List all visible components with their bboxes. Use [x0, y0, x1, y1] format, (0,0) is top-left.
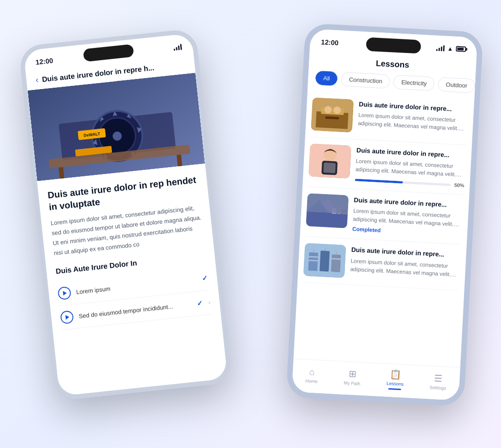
play-button-1[interactable] — [57, 286, 72, 300]
nav-item-settings[interactable]: ☰ Settings — [429, 373, 447, 391]
play-button-2[interactable] — [60, 311, 74, 325]
progress-text-2: 50% — [454, 182, 464, 188]
play-triangle-icon — [63, 291, 67, 296]
article-content: Duis aute irure dolor in rep hendet in v… — [37, 163, 222, 340]
progress-bar-fill-2 — [355, 179, 403, 183]
article-body: Lorem ipsum dolor sit amet, consectetur … — [50, 203, 204, 258]
lesson-info-4: Duis aute irure dolor in repre... Lorem … — [350, 246, 461, 279]
filter-tab-all[interactable]: All — [315, 71, 338, 86]
lesson-desc-3: Lorem ipsum dolor sit amet, consectetur … — [353, 207, 463, 229]
nav-item-lessons[interactable]: 📋 Lessons — [386, 369, 405, 390]
lesson-item-4[interactable]: Duis aute irure dolor in repre... Lorem … — [303, 237, 461, 291]
progress-bar-2: 50% — [355, 177, 464, 189]
lessons-list: Duis aute irure dolor in repre... Lorem … — [297, 91, 474, 291]
front-status-icons: ▲ — [436, 44, 466, 53]
back-status-icons — [173, 44, 182, 51]
hero-svg: DeWALT — [27, 73, 205, 181]
phone-front: 12:00 ▲ Lessons All — [286, 23, 483, 406]
wifi-icon: ▲ — [447, 45, 454, 52]
back-time: 12:00 — [35, 56, 53, 66]
svg-rect-35 — [307, 193, 349, 214]
back-button[interactable]: ‹ — [35, 75, 39, 85]
lesson-item-1[interactable]: Duis aute irure dolor in repre... Lorem … — [311, 91, 469, 145]
progress-bar-bg-2 — [355, 179, 451, 186]
svg-rect-38 — [319, 251, 329, 272]
lesson-thumb-2 — [308, 143, 351, 179]
lesson-thumb-svg-1 — [311, 97, 354, 132]
bottom-nav: ⌂ Home ⊞ My Path 📋 Lessons ☰ Settings — [292, 358, 460, 401]
lesson-info-1: Duis aute irure dolor in repre... Lorem … — [358, 100, 469, 133]
lesson-thumb-svg-2 — [308, 143, 351, 179]
lesson-desc-1: Lorem ipsum dolor sit amet, consectetur … — [358, 111, 468, 133]
lesson-info-2: Duis aute irure dolor in repre... Lorem … — [355, 146, 466, 189]
lessons-icon: 📋 — [390, 369, 402, 380]
settings-icon: ☰ — [434, 373, 443, 384]
front-time: 12:00 — [321, 38, 339, 47]
svg-rect-27 — [324, 163, 336, 173]
check-icon-2: ✓ — [197, 299, 204, 308]
filter-tab-construction[interactable]: Construction — [341, 72, 390, 89]
svg-rect-29 — [306, 211, 348, 228]
signal-bars-icon — [173, 44, 182, 51]
chevron-right-icon: › — [208, 299, 211, 306]
nav-label-settings: Settings — [429, 385, 446, 391]
hero-image: DeWALT — [27, 73, 205, 181]
list-item-text-2: Sed do eiusmod tempor incididunt... — [78, 301, 192, 320]
filter-tab-electricity[interactable]: Electricity — [393, 75, 435, 91]
lesson-info-3: Duis aute irure dolor in repre... Lorem … — [352, 196, 464, 238]
nav-label-home: Home — [305, 378, 318, 384]
back-screen-content: 12:00 ‹ Duis aute irure dolor in repre h… — [23, 33, 227, 396]
signal-bars-front-icon — [436, 45, 445, 51]
check-icon-1: ✓ — [202, 274, 209, 283]
nav-item-mypath[interactable]: ⊞ My Path — [344, 368, 361, 386]
lesson-item-3[interactable]: Duis aute irure dolor in repre... Lorem … — [305, 187, 464, 245]
svg-rect-37 — [308, 253, 318, 271]
lesson-desc-2: Lorem ipsum dolor sit amet, consectetur … — [355, 157, 466, 179]
lesson-thumb-svg-4 — [303, 243, 346, 278]
lesson-thumb-1 — [311, 97, 354, 132]
play-triangle-icon — [65, 315, 69, 320]
battery-icon — [456, 46, 466, 52]
list-item-text-1: Lorem ipsum — [76, 276, 197, 295]
lesson-thumb-svg-3 — [306, 193, 349, 228]
dynamic-island-front — [366, 37, 421, 53]
nav-item-home[interactable]: ⌂ Home — [305, 366, 318, 384]
lesson-desc-4: Lorem ipsum dolor sit amet, consectetur … — [350, 257, 460, 279]
phone-back: 12:00 ‹ Duis aute irure dolor in repre h… — [18, 28, 232, 401]
lessons-scroll-area: Duis aute irure dolor in repre... Lorem … — [296, 91, 475, 321]
lesson-thumb-3 — [306, 193, 349, 228]
svg-rect-39 — [331, 254, 341, 272]
nav-active-indicator — [388, 388, 401, 390]
mypath-icon: ⊞ — [349, 368, 357, 379]
filter-tab-outdoor[interactable]: Outdoor — [438, 77, 475, 93]
front-screen-content: 12:00 ▲ Lessons All — [292, 29, 477, 401]
nav-label-lessons: Lessons — [386, 381, 404, 387]
lesson-item-2[interactable]: Duis aute irure dolor in repre... Lorem … — [308, 137, 466, 195]
home-icon: ⌂ — [309, 366, 315, 377]
lesson-thumb-4 — [303, 243, 346, 278]
nav-label-mypath: My Path — [344, 380, 360, 386]
